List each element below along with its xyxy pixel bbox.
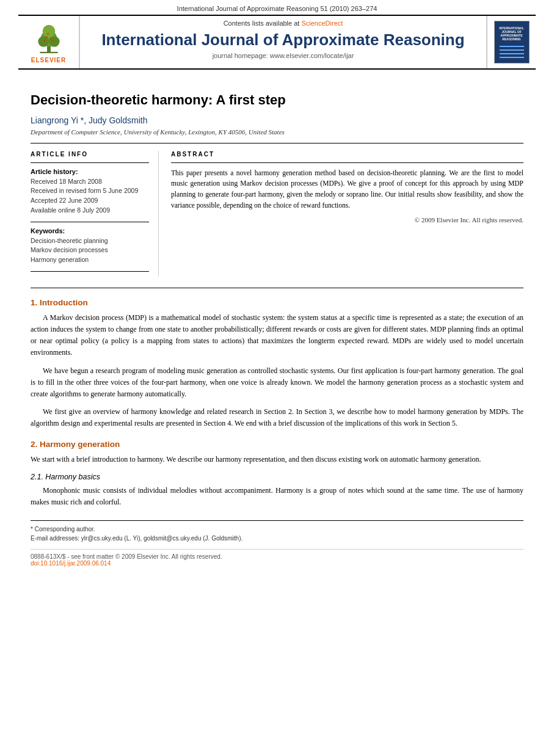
section1-p3: We first give an overview of harmony kno…	[31, 406, 523, 429]
article-title: Decision-theoretic harmony: A first step	[31, 92, 523, 109]
footnote-area: * Corresponding author. E-mail addresses…	[31, 520, 523, 543]
affiliation: Department of Computer Science, Universi…	[31, 128, 523, 136]
svg-point-8	[47, 33, 49, 35]
info-divider	[31, 162, 149, 163]
copyright-text: © 2009 Elsevier Inc. All rights reserved…	[171, 216, 523, 224]
sciencedirect-link[interactable]: ScienceDirect	[301, 20, 343, 27]
keyword3: Harmony generation	[31, 255, 149, 265]
article-info-abstract: ARTICLE INFO Article history: Received 1…	[31, 151, 523, 277]
elsevier-label: ELSEVIER	[31, 57, 66, 64]
section2-p1: We start with a brief introduction to ha…	[31, 454, 523, 465]
keywords-divider	[31, 222, 149, 222]
page: International Journal of Approximate Rea…	[0, 0, 554, 756]
section1-p2: We have begun a research program of mode…	[31, 365, 523, 401]
journal-homepage: journal homepage: www.elsevier.com/locat…	[213, 52, 354, 59]
received2: Received in revised form 5 June 2009	[31, 186, 149, 196]
journal-header-center: Contents lists available at ScienceDirec…	[79, 16, 487, 68]
keyword1: Decision-theoretic planning	[31, 236, 149, 246]
journal-title: International Journal of Approximate Rea…	[101, 31, 464, 49]
main-content: Decision-theoretic harmony: A first step…	[0, 70, 554, 579]
accepted: Accepted 22 June 2009	[31, 196, 149, 206]
abstract-label: ABSTRACT	[171, 151, 523, 158]
svg-point-9	[52, 40, 54, 42]
available-online: Available online 8 July 2009	[31, 206, 149, 216]
article-info-label: ARTICLE INFO	[31, 151, 149, 158]
section1-p1: A Markov decision process (MDP) is a mat…	[31, 312, 523, 359]
section2-1-p1: Monophonic music consists of individual …	[31, 485, 523, 508]
citation-line: International Journal of Approximate Rea…	[0, 0, 554, 15]
divider-mid	[31, 288, 523, 288]
keywords-label: Keywords:	[31, 227, 149, 234]
section1-title: 1. Introduction	[31, 298, 523, 307]
article-info-column: ARTICLE INFO Article history: Received 1…	[31, 151, 159, 277]
svg-point-6	[45, 36, 47, 38]
journal-header: ELSEVIER Contents lists available at Sci…	[18, 15, 536, 70]
svg-point-4	[49, 36, 60, 47]
abstract-divider	[171, 162, 523, 163]
svg-point-10	[43, 40, 45, 42]
svg-rect-0	[47, 46, 51, 53]
footer-line1: 0888-613X/$ - see front matter © 2009 El…	[31, 553, 523, 560]
svg-rect-1	[40, 51, 57, 53]
svg-point-3	[38, 36, 49, 47]
abstract-column: ABSTRACT This paper presents a novel har…	[171, 151, 523, 277]
abstract-text: This paper presents a novel harmony gene…	[171, 168, 523, 211]
footer-line2: doi:10.1016/j.ijar.2009.06.014	[31, 560, 523, 567]
received1: Received 18 March 2008	[31, 177, 149, 187]
corresponding-author-note: * Corresponding author.	[31, 525, 523, 534]
journal-cover-thumbnail: INTERNATIONALJOURNAL OFAPPROXIMATEREASON…	[487, 16, 536, 68]
svg-point-7	[50, 38, 52, 40]
elsevier-logo: ELSEVIER	[18, 16, 79, 68]
journal-cover-image: INTERNATIONALJOURNAL OFAPPROXIMATEREASON…	[494, 21, 530, 64]
divider-top	[31, 143, 523, 144]
svg-point-5	[42, 24, 55, 37]
info-bottom-divider	[31, 271, 149, 272]
elsevier-tree-icon	[31, 21, 67, 55]
article-history-label: Article history:	[31, 168, 149, 175]
footer-bottom: 0888-613X/$ - see front matter © 2009 El…	[31, 549, 523, 567]
contents-line: Contents lists available at ScienceDirec…	[224, 20, 343, 27]
section2-title: 2. Harmony generation	[31, 440, 523, 449]
email-note: E-mail addresses: ylr@cs.uky.edu (L. Yi)…	[31, 534, 523, 543]
authors: Liangrong Yi *, Judy Goldsmith	[31, 115, 523, 125]
cover-lines-icon	[500, 43, 524, 59]
section2-1-title: 2.1. Harmony basics	[31, 473, 523, 481]
keyword2: Markov decision processes	[31, 245, 149, 255]
